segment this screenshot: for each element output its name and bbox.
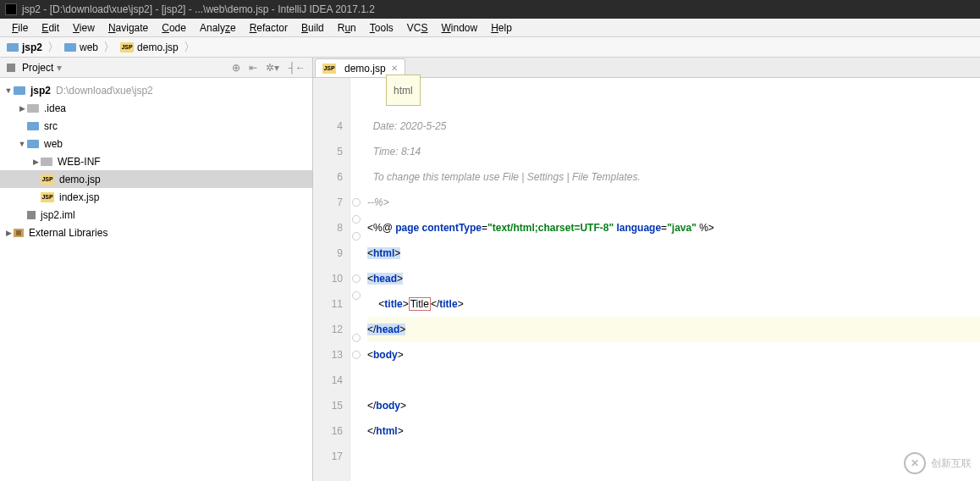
code-line: <head> (367, 266, 980, 291)
tree-label: jsp2.iml (41, 209, 75, 221)
tree-node-root[interactable]: ▼jsp2D:\download\xue\jsp2 (0, 81, 312, 99)
code-line: --%> (367, 190, 980, 215)
menu-vcs[interactable]: VCS (400, 20, 435, 36)
breadcrumb-web[interactable]: web (61, 40, 102, 55)
project-tool-window: Project ▾ ⊕ ⇤ ✲▾ ┤← ▼jsp2D:\download\xue… (0, 58, 313, 481)
tree-node-idea[interactable]: ▶.idea (0, 99, 312, 117)
folder-icon (64, 43, 76, 52)
editor-area: JSP demo.jsp ✕ 4567 891011 12131415 1617 (313, 58, 980, 481)
tree-label: index.jsp (59, 191, 99, 203)
tree-node-demo[interactable]: JSPdemo.jsp (0, 170, 312, 188)
code-line: Date: 2020-5-25 (367, 113, 980, 139)
fold-marker-icon[interactable] (352, 274, 361, 283)
code-editor[interactable]: 4567 891011 12131415 1617 html (313, 78, 980, 481)
tree-label: jsp2 (30, 85, 51, 97)
tree-node-external-libs[interactable]: ▶External Libraries (0, 224, 312, 241)
menu-tools[interactable]: Tools (363, 20, 400, 36)
gear-icon[interactable]: ✲▾ (266, 62, 279, 74)
library-icon (14, 229, 24, 237)
fold-marker-icon[interactable] (352, 232, 361, 240)
fold-column[interactable] (350, 78, 362, 481)
fold-marker-icon[interactable] (352, 198, 361, 207)
line-gutter: 4567 891011 12131415 1617 (313, 78, 350, 481)
code-line (367, 368, 980, 393)
watermark: ✕ 创新互联 (904, 452, 972, 474)
menu-navigate[interactable]: Navigate (102, 20, 155, 36)
folder-icon (27, 122, 39, 130)
tree-label: WEB-INF (58, 156, 101, 168)
menu-refactor[interactable]: Refactor (243, 20, 295, 36)
menu-help[interactable]: Help (484, 20, 519, 36)
code-content[interactable]: html Date: 2020-5-25 Time: 8:14 To chang… (362, 78, 980, 481)
fold-marker-icon[interactable] (352, 351, 361, 359)
menu-run[interactable]: Run (331, 20, 363, 36)
watermark-logo-icon: ✕ (904, 452, 926, 474)
folder-icon (41, 158, 52, 166)
code-line: </body> (367, 393, 980, 418)
code-line: <html> (367, 240, 980, 266)
module-icon (7, 43, 19, 52)
tree-label: demo.jsp (59, 174, 101, 185)
window-title: jsp2 - [D:\download\xue\jsp2] - [jsp2] -… (22, 3, 375, 15)
jsp-icon: JSP (322, 64, 336, 74)
menu-view[interactable]: View (66, 20, 102, 36)
tree-label: src (44, 120, 58, 132)
code-line: <title>Title</title> (367, 291, 980, 317)
code-line: </html> (367, 418, 980, 444)
fold-marker-icon[interactable] (352, 334, 361, 342)
fold-marker-icon[interactable] (352, 215, 361, 224)
main-split: Project ▾ ⊕ ⇤ ✲▾ ┤← ▼jsp2D:\download\xue… (0, 58, 980, 481)
tree-label: .idea (44, 102, 66, 114)
breadcrumb-label: demo.jsp (137, 41, 179, 53)
breadcrumb-root[interactable]: jsp2 (3, 40, 46, 55)
navigation-bar: jsp2 〉 web 〉 JSPdemo.jsp 〉 (0, 37, 980, 58)
tab-label: demo.jsp (344, 63, 386, 75)
menu-edit[interactable]: Edit (35, 20, 66, 36)
dropdown-icon[interactable]: ▾ (57, 62, 62, 74)
code-line: <body> (367, 342, 980, 368)
tree-node-index[interactable]: JSPindex.jsp (0, 188, 312, 206)
code-line (367, 444, 980, 469)
fold-marker-icon[interactable] (352, 291, 361, 300)
menu-build[interactable]: Build (295, 20, 331, 36)
tree-label: web (44, 138, 63, 150)
close-icon[interactable]: ✕ (391, 64, 398, 73)
tree-node-iml[interactable]: jsp2.iml (0, 206, 312, 224)
chevron-icon: 〉 (103, 40, 115, 55)
code-line: To change this template use File | Setti… (367, 164, 980, 190)
scroll-to-source-icon[interactable]: ⊕ (232, 62, 240, 74)
menu-code[interactable]: Code (155, 20, 193, 36)
folder-icon (27, 104, 39, 113)
project-icon (7, 64, 15, 72)
menu-window[interactable]: Window (434, 20, 484, 36)
jsp-icon: JSP (41, 192, 54, 202)
app-icon (5, 3, 17, 15)
tree-path: D:\download\xue\jsp2 (56, 85, 153, 97)
structure-breadcrumb[interactable]: html (386, 75, 421, 106)
code-line: <%@ page contentType="text/html;charset=… (367, 215, 980, 240)
watermark-text: 创新互联 (931, 456, 972, 471)
tree-node-web[interactable]: ▼web (0, 135, 312, 152)
chevron-icon: 〉 (47, 40, 59, 55)
hide-icon[interactable]: ┤← (288, 62, 306, 74)
breadcrumb-file[interactable]: JSPdemo.jsp (117, 40, 182, 55)
tree-node-webinf[interactable]: ▶WEB-INF (0, 152, 312, 170)
sidebar-title: Project (22, 62, 53, 74)
module-icon (14, 86, 25, 95)
file-icon (27, 211, 36, 219)
menu-analyze[interactable]: Analyze (193, 20, 243, 36)
chevron-icon: 〉 (184, 40, 195, 55)
code-line: Time: 8:14 (367, 139, 980, 164)
tree-label: External Libraries (29, 227, 107, 239)
folder-icon (27, 140, 39, 148)
menu-bar: File Edit View Navigate Code Analyze Ref… (0, 19, 980, 37)
tree-node-src[interactable]: src (0, 117, 312, 135)
collapse-all-icon[interactable]: ⇤ (249, 62, 257, 74)
jsp-icon: JSP (120, 42, 134, 53)
breadcrumb-label: jsp2 (22, 41, 42, 53)
breadcrumb-label: web (80, 41, 98, 53)
code-line: </head> (367, 317, 980, 342)
jsp-icon: JSP (41, 174, 54, 185)
project-tree[interactable]: ▼jsp2D:\download\xue\jsp2 ▶.idea src ▼we… (0, 78, 312, 481)
menu-file[interactable]: File (5, 20, 35, 36)
